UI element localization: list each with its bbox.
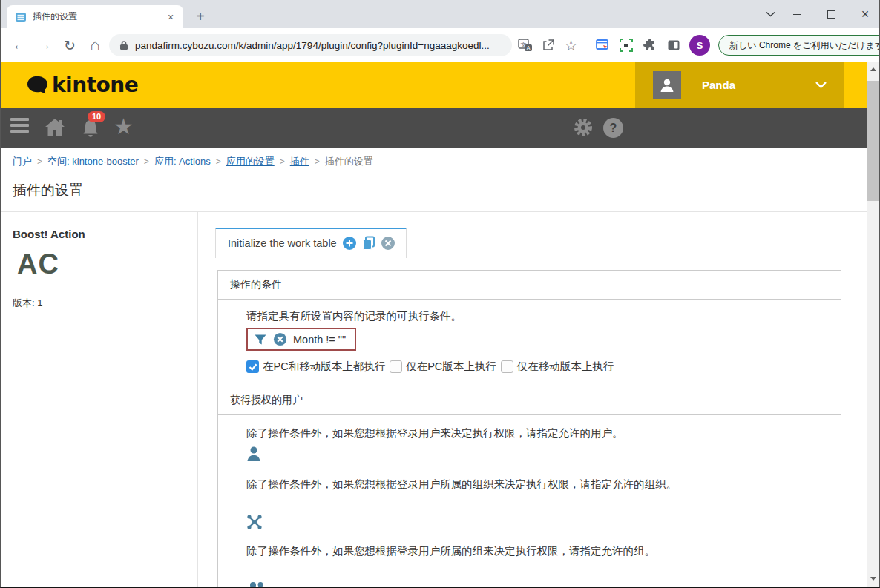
kintone-global-nav: 10 [1, 108, 879, 148]
bookmark-star-icon[interactable] [559, 34, 582, 57]
add-user-icon[interactable] [246, 446, 823, 465]
breadcrumb-separator: > [315, 156, 320, 167]
back-button[interactable] [7, 33, 32, 58]
breadcrumb: 门户 > 空间: kintone-booster > 应用: Actions >… [13, 155, 373, 168]
lock-icon [119, 40, 128, 50]
kintone-logo-icon [26, 75, 50, 96]
extensions-puzzle-icon[interactable] [639, 35, 660, 56]
maximize-button[interactable] [817, 0, 845, 28]
portal-home-icon[interactable] [44, 117, 66, 141]
condition-section-body: 请指定具有所设置内容的记录的可执行条件。 Month != "" [218, 300, 841, 386]
breadcrumb-space-link[interactable]: 空间: kintone-booster [47, 155, 139, 168]
side-panel-icon[interactable] [663, 35, 684, 56]
forward-button[interactable] [32, 33, 57, 58]
tab-search-chevron-icon[interactable] [756, 0, 784, 28]
browser-home-button[interactable] [82, 33, 108, 58]
breadcrumb-separator: > [280, 156, 285, 167]
new-tab-button[interactable] [191, 7, 210, 26]
breadcrumb-separator: > [216, 156, 221, 167]
plugin-logo-text: AC [17, 248, 59, 280]
add-action-icon[interactable] [342, 236, 357, 251]
user-menu-chevron-icon[interactable] [815, 81, 827, 89]
checkbox-label: 仅在PC版本上执行 [406, 360, 496, 374]
breadcrumb-separator: > [37, 156, 42, 167]
chrome-update-notice-text: 新しい Chrome をご利用いただけます [729, 39, 880, 52]
filter-funnel-icon[interactable] [254, 333, 267, 346]
share-icon[interactable] [536, 34, 559, 57]
reload-button[interactable] [57, 33, 82, 58]
tab-title: 插件的设置 [33, 10, 158, 23]
platform-checkbox-row: 在PC和移动版本上都执行 仅在PC版本上执行 仅在移动版本上执行 [246, 360, 823, 374]
add-organization-icon[interactable] [246, 514, 823, 533]
kintone-header: kintone Panda [1, 62, 879, 108]
sidebar-divider [197, 211, 198, 587]
authorized-user-instruction: 除了操作条件外，如果您想根据登录用户来决定执行权限，请指定允许的用户。 [246, 426, 823, 440]
breadcrumb-plugins-link[interactable]: 插件 [290, 155, 309, 168]
tab-close-icon[interactable] [164, 10, 177, 24]
user-avatar [653, 71, 681, 99]
extensions-group [591, 35, 684, 56]
checkbox-run-on-pc-only[interactable]: 仅在PC版本上执行 [390, 360, 496, 374]
filter-condition-box[interactable]: Month != "" [246, 328, 356, 351]
checkbox-run-on-mobile-only[interactable]: 仅在移动版本上执行 [501, 360, 614, 374]
scrollbar-up-arrow[interactable] [867, 63, 879, 76]
minimize-button[interactable] [783, 0, 811, 28]
delete-action-icon[interactable] [381, 236, 395, 251]
svg-text:A: A [526, 45, 530, 50]
settings-panel: 操作的条件 请指定具有所设置内容的记录的可执行条件。 Month != "" [217, 270, 841, 587]
plugin-version: 版本: 1 [13, 297, 42, 310]
breadcrumb-app-settings-link[interactable]: 应用的设置 [226, 155, 275, 168]
breadcrumb-separator: > [144, 156, 149, 167]
authorized-org-instruction: 除了操作条件外，如果您想根据登录用户所属的组织来决定执行权限，请指定允许的组织。 [246, 477, 823, 492]
duplicate-action-icon[interactable] [362, 236, 375, 251]
authorized-group-instruction: 除了操作条件外，如果您想根据登录用户所属的组来决定执行权限，请指定允许的组。 [246, 544, 823, 558]
scrollbar-thumb[interactable] [867, 81, 879, 201]
checkbox-unchecked-icon[interactable] [390, 360, 402, 373]
favorites-star-icon[interactable] [114, 113, 134, 140]
screenshot-extension-icon[interactable] [591, 35, 613, 56]
checkbox-run-on-pc-and-mobile[interactable]: 在PC和移动版本上都执行 [246, 360, 385, 374]
add-group-icon[interactable] [246, 581, 823, 587]
kintone-logo-text: kintone [52, 73, 138, 97]
page-body: 门户 > 空间: kintone-booster > 应用: Actions >… [1, 148, 879, 587]
plugin-name: Boost! Action [13, 228, 85, 240]
address-bar[interactable]: pandafirm.cybozu.com/k/admin/app/1794/pl… [109, 34, 512, 56]
breadcrumb-portal-link[interactable]: 门户 [13, 155, 32, 168]
authorized-section-body: 除了操作条件外，如果您想根据登录用户来决定执行权限，请指定允许的用户。 除了操作… [218, 415, 841, 587]
remove-condition-icon[interactable] [273, 332, 287, 346]
menu-hamburger-icon[interactable] [10, 118, 29, 136]
kintone-logo[interactable]: kintone [26, 62, 138, 108]
browser-tab[interactable]: 插件的设置 [7, 5, 183, 28]
condition-instruction: 请指定具有所设置内容的记录的可执行条件。 [246, 308, 823, 323]
checkbox-label: 在PC和移动版本上都执行 [263, 360, 385, 374]
notification-count-badge: 10 [88, 111, 105, 122]
translate-icon[interactable]: 文A [513, 34, 536, 57]
url-text: pandafirm.cybozu.com/k/admin/app/1794/pl… [135, 40, 490, 51]
condition-section-header: 操作的条件 [218, 271, 841, 300]
browser-window: 插件的设置 pandafirm.cybozu.com/k/admin/app/1… [0, 0, 880, 588]
header-divider [1, 211, 879, 212]
help-icon[interactable] [603, 118, 623, 138]
kintone-app-favicon-icon [15, 11, 27, 23]
browser-profile-avatar[interactable]: S [689, 35, 710, 56]
close-window-button[interactable] [851, 0, 879, 28]
checkbox-checked-icon[interactable] [246, 360, 259, 373]
breadcrumb-app-link[interactable]: 应用: Actions [154, 155, 211, 168]
action-tab[interactable]: Initialize the work table [215, 228, 407, 258]
browser-toolbar: pandafirm.cybozu.com/k/admin/app/1794/pl… [1, 28, 879, 62]
action-tab-label: Initialize the work table [228, 237, 337, 249]
breadcrumb-current: 插件的设置 [325, 155, 373, 168]
user-name: Panda [702, 79, 815, 91]
browser-scrollbar[interactable] [867, 62, 879, 587]
chrome-update-notice[interactable]: 新しい Chrome をご利用いただけます [718, 35, 880, 56]
fullscreen-capture-extension-icon[interactable] [615, 35, 637, 56]
page-title: 插件的设置 [13, 181, 83, 200]
scrollbar-down-arrow[interactable] [867, 572, 879, 585]
checkbox-unchecked-icon[interactable] [501, 360, 513, 373]
filter-condition-text: Month != "" [293, 334, 346, 346]
settings-gear-icon[interactable] [573, 117, 594, 141]
checkbox-label: 仅在移动版本上执行 [517, 360, 614, 374]
user-menu[interactable]: Panda [635, 62, 844, 108]
notifications-bell-icon[interactable]: 10 [81, 117, 100, 142]
authorized-section-header: 获得授权的用户 [218, 386, 841, 415]
